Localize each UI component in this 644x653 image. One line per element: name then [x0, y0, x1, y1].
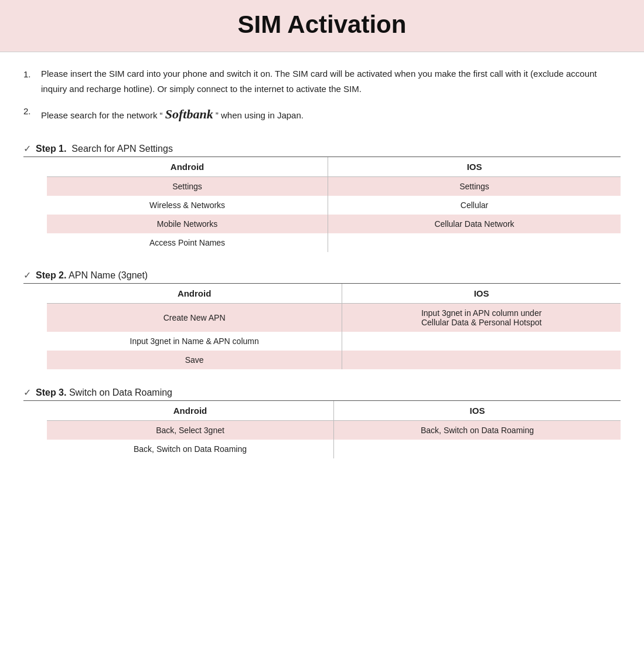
intro-item-2-text: Please search for the network “ Softbank… [41, 103, 304, 126]
intro-item-2-number: 2. [23, 103, 41, 119]
step-1-header: ✓ Step 1. Search for APN Settings [23, 143, 621, 154]
step-3-header-row: Android IOS [47, 401, 621, 421]
table-row: Settings Settings [47, 177, 621, 196]
table-row: Wireless & Networks Cellular [47, 196, 621, 215]
table-cell: Cellular Data Network [328, 215, 621, 233]
step-2-header-row: Android IOS [47, 284, 621, 304]
step-2-block: ✓ Step 2. APN Name (3gnet) Android IOS C… [23, 270, 621, 369]
table-cell: Back, Switch on Data Roaming [334, 421, 621, 440]
step-3-block: ✓ Step 3. Switch on Data Roaming Android… [23, 387, 621, 458]
table-cell: Settings [47, 177, 328, 196]
step-1-col-android: Android [47, 157, 328, 177]
step-3-table: Android IOS Back, Select 3gnet Back, Swi… [47, 401, 621, 458]
table-cell [334, 440, 621, 458]
step-1-title: Step 1. Search for APN Settings [36, 144, 173, 154]
table-cell [342, 351, 621, 369]
intro-item-1: 1. Please insert the SIM card into your … [23, 66, 621, 97]
step-2-header: ✓ Step 2. APN Name (3gnet) [23, 270, 621, 281]
table-cell: Create New APN [47, 304, 342, 332]
step-2-col-android: Android [47, 284, 342, 304]
table-cell: Input 3gnet in APN column underCellular … [342, 304, 621, 332]
table-row: Back, Switch on Data Roaming [47, 440, 621, 458]
table-row: Mobile Networks Cellular Data Network [47, 215, 621, 233]
table-cell: Access Point Names [47, 233, 328, 252]
table-row: Input 3gnet in Name & APN column [47, 332, 621, 351]
table-cell: Wireless & Networks [47, 196, 328, 215]
table-cell: Settings [328, 177, 621, 196]
step-1-table: Android IOS Settings Settings Wireless &… [47, 157, 621, 252]
table-row: Access Point Names [47, 233, 621, 252]
step-2-table: Android IOS Create New APN Input 3gnet i… [47, 284, 621, 369]
table-cell: Save [47, 351, 342, 369]
page-title: SIM Activation [12, 11, 632, 39]
table-cell: Mobile Networks [47, 215, 328, 233]
main-content: 1. Please insert the SIM card into your … [0, 52, 644, 494]
step-3-col-android: Android [47, 401, 334, 421]
step-3-title: Step 3. Switch on Data Roaming [36, 387, 172, 398]
intro-item-1-number: 1. [23, 66, 41, 82]
table-cell: Back, Select 3gnet [47, 421, 334, 440]
step-1-block: ✓ Step 1. Search for APN Settings Androi… [23, 143, 621, 252]
check-icon-3: ✓ [23, 387, 31, 398]
table-cell: Back, Switch on Data Roaming [47, 440, 334, 458]
step-3-header: ✓ Step 3. Switch on Data Roaming [23, 387, 621, 398]
table-row: Save [47, 351, 621, 369]
table-row: Back, Select 3gnet Back, Switch on Data … [47, 421, 621, 440]
table-cell [328, 233, 621, 252]
step-2-col-ios: IOS [342, 284, 621, 304]
check-icon-2: ✓ [23, 270, 31, 281]
intro-list: 1. Please insert the SIM card into your … [23, 66, 621, 125]
table-cell: Input 3gnet in Name & APN column [47, 332, 342, 351]
step-3-col-ios: IOS [334, 401, 621, 421]
steps-section: ✓ Step 1. Search for APN Settings Androi… [23, 143, 621, 458]
step-1-header-row: Android IOS [47, 157, 621, 177]
table-cell: Cellular [328, 196, 621, 215]
intro-item-1-text: Please insert the SIM card into your pho… [41, 66, 621, 97]
page-header: SIM Activation [0, 0, 644, 52]
table-row: Create New APN Input 3gnet in APN column… [47, 304, 621, 332]
step-2-title: Step 2. APN Name (3gnet) [36, 270, 148, 281]
step-1-col-ios: IOS [328, 157, 621, 177]
table-cell [342, 332, 621, 351]
intro-item-2: 2. Please search for the network “ Softb… [23, 103, 621, 126]
softbank-brand: Softbank [165, 107, 213, 121]
check-icon-1: ✓ [23, 143, 31, 154]
